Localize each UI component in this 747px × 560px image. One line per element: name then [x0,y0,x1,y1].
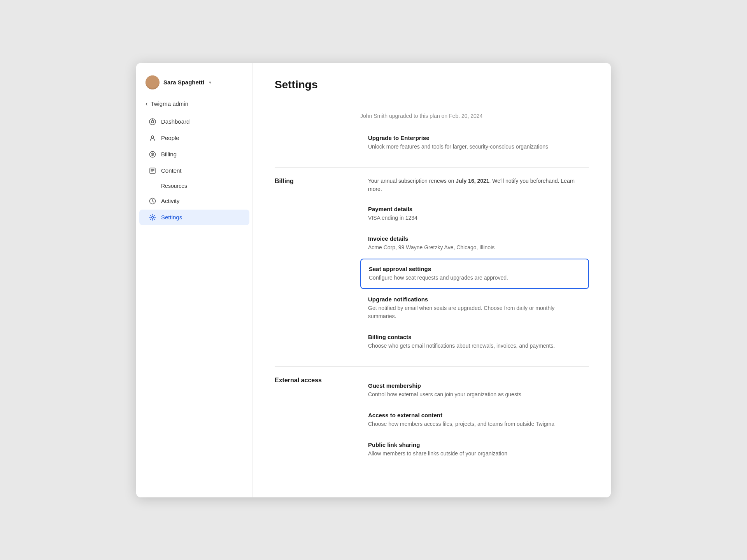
item-title: Upgrade to Enterprise [368,135,581,141]
section-content: Guest membership Control how external us… [360,376,589,465]
billing-renewal-note: Your annual subscription renews on July … [360,177,589,200]
back-link[interactable]: ‹ Twigma admin [136,97,253,114]
section-label: Billing [275,177,360,357]
settings-icon [149,214,156,221]
item-title: Payment details [368,206,581,212]
seat-approval-item[interactable]: Seat approval settings Configure how sea… [360,259,589,289]
item-desc: Control how external users can join your… [368,390,581,399]
item-desc: Allow members to share links outside of … [368,450,581,458]
sidebar-item-label: Resources [161,183,187,189]
back-label: Twigma admin [151,100,188,107]
sidebar-item-label: Settings [161,214,182,220]
item-title: Access to external content [368,412,581,418]
back-arrow-icon: ‹ [146,100,147,107]
svg-point-5 [152,216,154,218]
item-desc: Choose how members access files, project… [368,420,581,428]
chevron-down-icon: ▾ [209,80,211,85]
dashboard-icon [149,118,156,126]
app-window: Sara Spaghetti ▾ ‹ Twigma admin Dashboar… [136,63,611,497]
section-label [275,113,360,158]
item-title: Invoice details [368,235,581,242]
section-content: Your annual subscription renews on July … [360,177,589,357]
item-desc: Choose who gets email notifications abou… [368,342,581,350]
item-desc: Get notified by email when seats are upg… [368,304,581,320]
user-name: Sara Spaghetti [163,79,204,86]
sidebar-item-content[interactable]: Content [139,163,249,178]
main-content: Settings John Smith upgraded to this pla… [253,63,611,497]
sidebar-item-activity[interactable]: Activity [139,193,249,209]
person-icon [149,134,156,142]
sidebar-item-label: Billing [161,151,177,158]
sidebar-item-dashboard[interactable]: Dashboard [139,114,249,130]
item-desc: VISA ending in 1234 [368,214,581,222]
item-desc: Configure how seat requests and upgrades… [369,274,580,282]
content-icon [149,167,156,175]
item-desc: Unlock more features and tools for large… [368,143,581,151]
sidebar-item-resources[interactable]: Resources [139,179,249,192]
sidebar: Sara Spaghetti ▾ ‹ Twigma admin Dashboar… [136,63,253,497]
guest-membership-item[interactable]: Guest membership Control how external us… [360,376,589,405]
item-title: Guest membership [368,382,581,389]
sidebar-item-settings[interactable]: Settings [139,210,249,225]
upgrade-notifications-item[interactable]: Upgrade notifications Get notified by em… [360,290,589,327]
user-profile[interactable]: Sara Spaghetti ▾ [136,71,253,97]
svg-point-1 [151,136,154,138]
item-title: Upgrade notifications [368,296,581,303]
activity-icon [149,197,156,205]
sidebar-item-label: People [161,135,179,141]
sidebar-item-billing[interactable]: Billing [139,147,249,162]
invoice-details-item[interactable]: Invoice details Acme Corp, 99 Wayne Gret… [360,229,589,258]
plan-section: John Smith upgraded to this plan on Feb.… [275,103,589,167]
section-label: External access [275,376,360,465]
billing-icon [149,150,156,158]
external-content-item[interactable]: Access to external content Choose how me… [360,406,589,434]
sidebar-item-people[interactable]: People [139,130,249,146]
billing-section: Billing Your annual subscription renews … [275,167,589,366]
sidebar-item-label: Activity [161,198,180,204]
item-title: Seat approval settings [369,266,580,272]
item-desc: Acme Corp, 99 Wayne Gretzky Ave, Chicago… [368,243,581,252]
upgrade-enterprise-item[interactable]: Upgrade to Enterprise Unlock more featur… [360,128,589,157]
item-title: Public link sharing [368,441,581,448]
payment-details-item[interactable]: Payment details VISA ending in 1234 [360,200,589,228]
page-title: Settings [275,79,589,91]
avatar [146,75,160,89]
section-content: John Smith upgraded to this plan on Feb.… [360,113,589,158]
sidebar-item-label: Content [161,167,182,174]
public-link-sharing-item[interactable]: Public link sharing Allow members to sha… [360,435,589,464]
plan-upgrade-note: John Smith upgraded to this plan on Feb.… [360,113,589,119]
external-access-section: External access Guest membership Control… [275,366,589,474]
item-title: Billing contacts [368,334,581,340]
sidebar-item-label: Dashboard [161,118,189,125]
billing-contacts-item[interactable]: Billing contacts Choose who gets email n… [360,327,589,356]
